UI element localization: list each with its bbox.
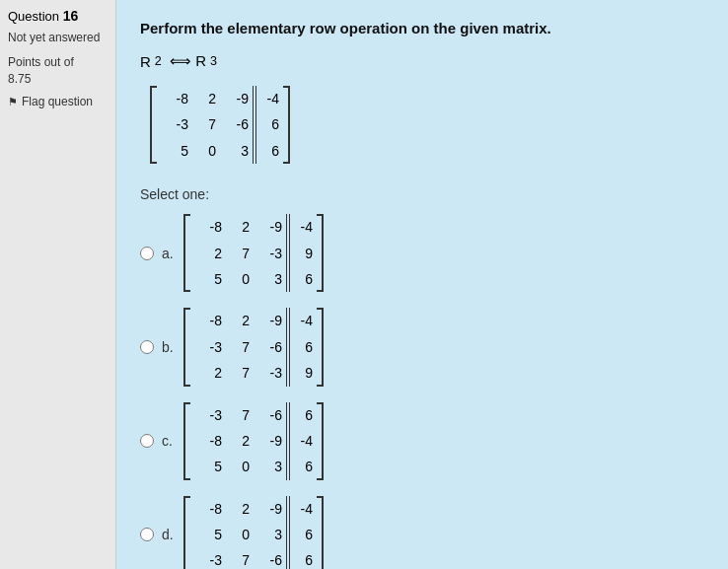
matrix-option-d: -82-9-45036-37-66 [183, 496, 324, 569]
option-a: a.-82-9-427-395036 [140, 214, 704, 292]
option-label-c: c. [162, 433, 176, 449]
options-container: a.-82-9-427-395036b.-82-9-4-37-6627-39c.… [140, 214, 704, 569]
radio-b[interactable] [140, 340, 154, 354]
option-d: d.-82-9-45036-37-66 [140, 496, 704, 569]
option-c: c.-37-66-82-9-45036 [140, 402, 704, 480]
matrix-option-c: -37-66-82-9-45036 [183, 402, 324, 480]
flag-icon: ⚑ [8, 96, 18, 108]
option-label-d: d. [162, 527, 176, 542]
radio-d[interactable] [140, 528, 154, 541]
radio-a[interactable] [140, 247, 154, 260]
matrix-inner-c: -37-66-82-9-45036 [190, 402, 317, 480]
not-yet-answered: Not yet answered [8, 30, 108, 46]
flag-question-button[interactable]: ⚑ Flag question [8, 95, 93, 108]
option-label-b: b. [162, 339, 176, 355]
flag-label: Flag question [22, 95, 93, 108]
question-header: Question 16 [8, 8, 108, 24]
matrix-option-b: -82-9-4-37-6627-39 [183, 308, 324, 386]
question-text: Perform the elementary row operation on … [140, 20, 704, 36]
given-matrix: -82-9-4-37-665036 [150, 86, 704, 167]
points-info: Points out of 8.75 [8, 54, 108, 88]
radio-c[interactable] [140, 434, 154, 448]
option-b: b.-82-9-4-37-6627-39 [140, 308, 704, 386]
question-label: Question [8, 9, 63, 24]
main-content: Perform the elementary row operation on … [116, 0, 728, 569]
sidebar: Question 16 Not yet answered Points out … [0, 0, 116, 569]
matrix-option-a: -82-9-427-395036 [183, 214, 324, 292]
row-operation: R2 ⟺ R3 [140, 52, 704, 70]
matrix-inner-a: -82-9-427-395036 [190, 214, 317, 292]
matrix-inner-d: -82-9-45036-37-66 [190, 496, 317, 569]
matrix-inner-b: -82-9-4-37-6627-39 [190, 308, 317, 386]
option-label-a: a. [162, 246, 176, 261]
question-number: 16 [63, 8, 79, 24]
select-one-label: Select one: [140, 186, 704, 202]
